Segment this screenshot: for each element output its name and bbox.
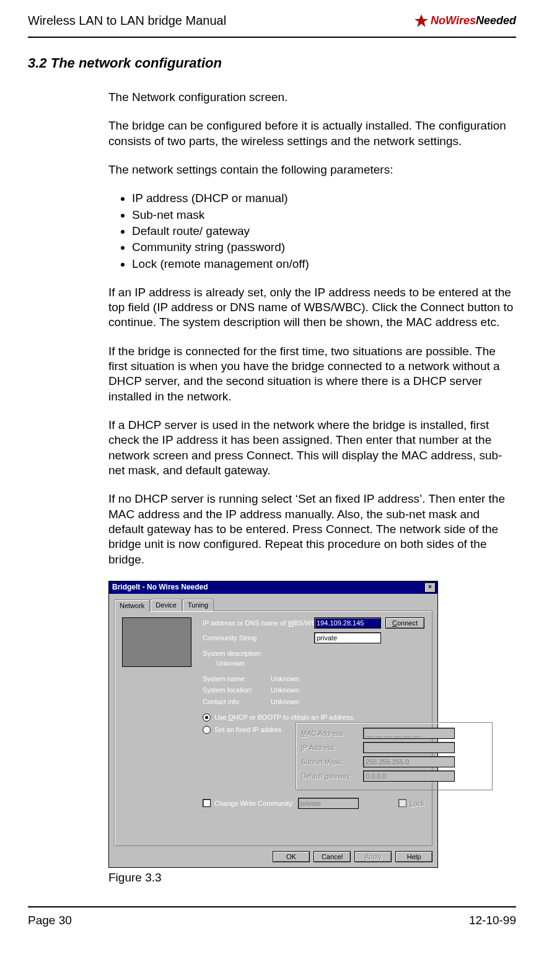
footer-rule	[28, 906, 516, 907]
community-input[interactable]	[314, 632, 381, 643]
subnet-input	[363, 756, 455, 767]
cwc-label: Change Write Community:	[214, 799, 294, 808]
ok-button[interactable]: OK	[273, 851, 310, 862]
connect-button[interactable]: Connect	[385, 617, 424, 629]
list-item: Lock (remote management on/off)	[132, 257, 516, 271]
logo: NoWiresNeeded	[415, 14, 516, 28]
dialog-titlebar[interactable]: BridgeIt - No Wires Needed ×	[109, 581, 437, 594]
list-item: Sub-net mask	[132, 208, 516, 223]
logo-text-red: NoWires	[431, 14, 476, 27]
bullet-list: IP address (DHCP or manual) Sub-net mask…	[108, 191, 516, 271]
mac-label: MAC Address:	[301, 729, 363, 738]
section-title: 3.2 The network configuration	[28, 55, 516, 71]
form-area: IP address or DNS name of WBS/WBC: Conne…	[203, 617, 424, 809]
gateway-input	[363, 770, 455, 782]
svg-marker-0	[415, 15, 428, 27]
sys-name-label: System name:	[203, 674, 271, 684]
community-label: Community String	[203, 633, 314, 642]
header: Wireless LAN to LAN bridge Manual NoWire…	[28, 14, 516, 28]
radio-icon[interactable]	[203, 713, 211, 722]
footer-date: 12-10-99	[469, 914, 516, 927]
paragraph: If an IP address is already set, only th…	[108, 285, 516, 330]
apply-button: Apply	[354, 851, 392, 862]
body: The Network configuration screen. The br…	[108, 90, 516, 885]
system-info: System description: Unknown System name:…	[203, 648, 424, 707]
logo-icon	[415, 14, 428, 28]
paragraph: If a DHCP server is used in the network …	[108, 418, 516, 478]
close-icon[interactable]: ×	[424, 583, 436, 593]
page-number: Page 30	[28, 914, 72, 927]
ip-dns-input[interactable]	[314, 617, 381, 629]
tab-strip: Network Device Tuning	[114, 599, 432, 611]
contact-value: Unknown	[271, 697, 424, 707]
bridgeit-dialog: BridgeIt - No Wires Needed × Network Dev…	[108, 581, 438, 868]
paragraph: The network settings contain the followi…	[108, 162, 516, 177]
cwc-checkbox[interactable]	[203, 799, 211, 807]
dialog-button-row: OK Cancel Apply Help	[114, 846, 432, 862]
list-item: IP address (DHCP or manual)	[132, 191, 516, 206]
dialog-client: Network Device Tuning IP address or DNS …	[109, 594, 437, 867]
contact-label: Contact info:	[203, 697, 271, 707]
mac-input	[363, 728, 455, 739]
change-write-community-row: Change Write Community: Lock	[203, 798, 424, 809]
paragraph: If no DHCP server is running select ‘Set…	[108, 492, 516, 567]
help-button[interactable]: Help	[395, 851, 432, 862]
sys-name-value: Unknown	[271, 674, 424, 684]
radio-dhcp[interactable]: Use DHCP or BOOTP to obtain an IP addres…	[203, 713, 424, 722]
cwc-input	[298, 798, 359, 809]
dialog-title: BridgeIt - No Wires Needed	[112, 583, 208, 592]
tab-panel-network: IP address or DNS name of WBS/WBC: Conne…	[114, 611, 432, 846]
doc-title: Wireless LAN to LAN bridge Manual	[28, 14, 226, 28]
cancel-button[interactable]: Cancel	[314, 851, 351, 862]
paragraph: The Network configuration screen.	[108, 90, 516, 105]
sys-location-value: Unknown	[271, 685, 424, 695]
paragraph: The bridge can be configured before it i…	[108, 118, 516, 149]
logo-text-black: Needed	[476, 14, 516, 27]
list-item: Default route/ gateway	[132, 224, 516, 239]
tab-tuning[interactable]: Tuning	[182, 599, 214, 611]
ip-label: IP Address:	[301, 743, 363, 752]
gateway-label: Default gateway:	[301, 772, 363, 780]
lock-label: Lock	[410, 799, 424, 808]
ip-dns-label: IP address or DNS name of WBS/WBC:	[203, 619, 314, 627]
sys-desc-value: Unknown	[216, 658, 424, 669]
paragraph: If the bridge is connected for the first…	[108, 344, 516, 404]
list-item: Community string (password)	[132, 240, 516, 255]
figure-caption: Figure 3.3	[108, 870, 516, 885]
ip-input	[363, 742, 455, 753]
tab-device[interactable]: Device	[150, 599, 182, 611]
footer: Page 30 12-10-99	[28, 914, 516, 927]
fixed-ip-panel: MAC Address: IP Address: Subnet Mask:	[296, 722, 493, 790]
lock-checkbox	[398, 799, 406, 807]
sys-desc-label: System description:	[203, 648, 424, 659]
sys-location-label: System location:	[203, 685, 271, 695]
header-rule	[28, 37, 516, 38]
radio-icon[interactable]	[203, 726, 211, 734]
page: Wireless LAN to LAN bridge Manual NoWire…	[0, 0, 544, 940]
tab-network[interactable]: Network	[114, 599, 150, 612]
nav-pad-icon[interactable]	[122, 617, 191, 667]
subnet-label: Subnet Mask:	[301, 757, 363, 766]
